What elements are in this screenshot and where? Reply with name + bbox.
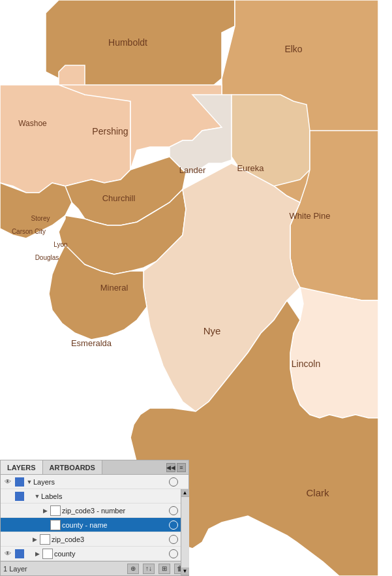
menu-button[interactable]: ≡ [177, 463, 186, 472]
circle-btn-county-name[interactable] [169, 520, 178, 530]
nye-label: Nye [204, 325, 221, 336]
washoe-label: Washoe [18, 119, 47, 128]
tab-layers[interactable]: LAYERS [1, 460, 43, 474]
expand-arrow-labels[interactable]: ▼ [33, 492, 41, 500]
circle-btn-county[interactable] [169, 549, 178, 558]
pershing-label: Pershing [92, 126, 128, 136]
layer-label-zip-number: zip_code3 - number [62, 507, 169, 515]
layer-row-zip-number[interactable]: ▶ zip_code3 - number [1, 504, 188, 518]
thumb-zip [40, 534, 50, 545]
tab-artboards[interactable]: ARTBOARDS [43, 460, 102, 474]
esmeralda-label: Esmeralda [71, 338, 112, 348]
layer-count: 1 Layer [3, 565, 27, 573]
eye-icon-zip-number [2, 505, 14, 517]
eye-icon-labels [2, 490, 14, 502]
move-to-layer-button[interactable]: ↑↓ [143, 564, 155, 574]
expand-arrow-zip[interactable]: ▶ [31, 536, 38, 543]
mineral-label: Mineral [100, 283, 128, 293]
white-pine-label: White Pine [290, 211, 331, 221]
layer-row-county[interactable]: 👁 ▶ county [1, 547, 188, 561]
layers-header: LAYERS ARTBOARDS ◀◀ ≡ [1, 460, 188, 475]
layer-label-layers: Layers [33, 478, 169, 486]
layer-row-county-name[interactable]: county - name [1, 518, 188, 532]
carson-label: Carson City [12, 228, 46, 235]
color-bar-labels [15, 492, 24, 501]
elko-label: Elko [284, 44, 302, 54]
lyon-label: Lyon [53, 241, 67, 248]
layers-panel: LAYERS ARTBOARDS ◀◀ ≡ 👁 ▼ Layers [0, 460, 189, 576]
circle-btn-zip-number[interactable] [169, 506, 178, 515]
lincoln-label: Lincoln [292, 359, 320, 369]
lander-label: Lander [179, 165, 206, 175]
storey-label: Storey [31, 215, 50, 222]
expand-arrow-layers[interactable]: ▼ [25, 478, 33, 486]
eureka-label: Eureka [237, 163, 264, 173]
eye-icon-zip [2, 534, 14, 545]
merge-layers-button[interactable]: ⊞ [158, 564, 170, 574]
layers-footer: 1 Layer ⊕ ↑↓ ⊞ 🗑 [1, 561, 188, 575]
douglas-label: Douglas [35, 254, 59, 261]
layer-row-zip[interactable]: ▶ zip_code3 [1, 532, 188, 547]
map-container: Humboldt Washoe Pershing Elko Lander Eur… [0, 0, 392, 576]
scroll-bar[interactable]: ▲ ▼ [181, 489, 188, 575]
scroll-track [181, 497, 189, 568]
circle-btn-zip[interactable] [169, 535, 178, 544]
expand-arrow-zip-number[interactable]: ▶ [41, 507, 49, 515]
clark-label: Clark [306, 487, 329, 498]
humboldt-label: Humboldt [108, 37, 147, 48]
layer-label-zip: zip_code3 [52, 536, 169, 543]
eye-icon-county: 👁 [2, 548, 14, 560]
eye-icon-county-name [2, 519, 14, 531]
layers-body: 👁 ▼ Layers ▼ Labels [1, 475, 188, 561]
color-bar-county [15, 549, 24, 558]
scroll-down-arrow[interactable]: ▼ [181, 568, 189, 575]
expand-arrow-county[interactable]: ▶ [33, 550, 41, 558]
scroll-up-arrow[interactable]: ▲ [181, 489, 189, 497]
churchill-label: Churchill [102, 193, 136, 203]
circle-btn-layers[interactable] [169, 477, 178, 487]
lincoln-county [290, 287, 378, 418]
layer-label-labels: Labels [41, 492, 181, 500]
new-layer-button[interactable]: ⊕ [127, 564, 139, 574]
panel-controls: ◀◀ ≡ [166, 463, 188, 472]
eye-icon-layers: 👁 [2, 476, 14, 488]
collapse-button[interactable]: ◀◀ [166, 463, 175, 472]
layer-row-labels[interactable]: ▼ Labels [1, 489, 188, 504]
color-bar-layers [15, 477, 24, 487]
layer-label-county: county [54, 550, 169, 558]
layer-label-county-name: county - name [62, 521, 169, 529]
thumb-county-name [50, 520, 61, 530]
thumb-county [42, 549, 53, 559]
thumb-zip-number [50, 505, 61, 516]
layer-row-layers[interactable]: 👁 ▼ Layers [1, 475, 188, 489]
